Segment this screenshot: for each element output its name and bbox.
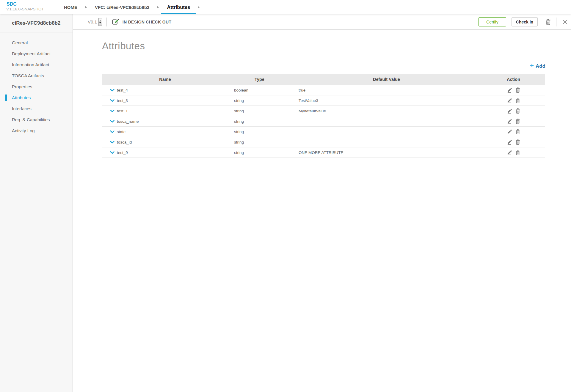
expand-chevron-down-icon[interactable] <box>110 141 114 144</box>
close-icon[interactable] <box>563 20 567 24</box>
edit-icon[interactable] <box>507 119 512 124</box>
cell-name: test_1 <box>102 106 228 116</box>
breadcrumb-label: VFC: ciRes-VFC9d8cb8b2 <box>95 5 149 10</box>
add-attribute-button[interactable]: + Add <box>530 62 545 69</box>
logo-version: v.1.16.0-SNAPSHOT <box>7 7 44 12</box>
breadcrumb-item[interactable]: HOME <box>58 0 83 14</box>
table-row: tosca_id string <box>102 137 545 147</box>
delete-icon[interactable] <box>515 98 520 103</box>
sidebar-item-properties[interactable]: Properties <box>0 81 73 92</box>
cell-type: string <box>228 116 291 126</box>
sidebar-item-label: Information Artifact <box>12 62 49 67</box>
sidebar-item-tosca-artifacts[interactable]: TOSCA Artifacts <box>0 70 73 81</box>
delete-icon[interactable] <box>515 129 520 134</box>
delete-icon[interactable] <box>515 119 520 124</box>
edit-icon[interactable] <box>507 140 512 145</box>
expand-chevron-down-icon[interactable] <box>110 99 114 102</box>
delete-component-button[interactable] <box>545 19 551 25</box>
version-selector[interactable]: V0.1 <box>88 18 102 26</box>
cell-name: test_9 <box>102 147 228 158</box>
toolbar-divider <box>556 18 556 26</box>
cell-type: string <box>228 106 291 116</box>
cell-action <box>482 116 545 126</box>
edit-icon[interactable] <box>507 108 512 114</box>
table-row: test_1 string MydefaultValue <box>102 106 545 116</box>
edit-icon[interactable] <box>507 98 512 103</box>
attr-default: true <box>299 88 305 92</box>
attr-type: string <box>234 130 244 134</box>
breadcrumb-item[interactable]: VFC: ciRes-VFC9d8cb8b2 <box>89 0 155 14</box>
cell-default-value <box>291 116 482 126</box>
expand-chevron-down-icon[interactable] <box>110 120 114 123</box>
cell-default-value <box>291 137 482 147</box>
toolbar-actions: Certify Check in <box>479 17 571 26</box>
sdc-logo[interactable]: SDC v.1.16.0-SNAPSHOT <box>7 1 44 12</box>
cell-default-value: TestValue3 <box>291 95 482 106</box>
attributes-table-body: test_4 boolean true <box>102 85 545 158</box>
sidebar-item-activity-log[interactable]: Activity Log <box>0 125 73 136</box>
expand-chevron-down-icon[interactable] <box>110 151 114 154</box>
attr-default: TestValue3 <box>299 98 318 103</box>
certify-button[interactable]: Certify <box>479 17 506 26</box>
sidebar-item-general[interactable]: General <box>0 37 73 48</box>
page-title: Attributes <box>102 40 145 52</box>
attr-type: boolean <box>234 88 248 92</box>
cell-default-value: ONE MORE ATTRIBUTE <box>291 147 482 158</box>
breadcrumb-item[interactable]: Attributes <box>161 0 196 14</box>
version-spinner[interactable] <box>98 18 102 26</box>
component-name: ciRes-VFC9d8cb8b2 <box>0 14 73 32</box>
column-header-action: Action <box>482 74 545 85</box>
cell-action <box>482 137 545 147</box>
toolbar: V0.1 IN DESIGN CHECK OUT Certify Check i… <box>73 14 571 30</box>
table-row: test_4 boolean true <box>102 85 545 95</box>
logo-title: SDC <box>7 1 44 7</box>
sidebar-item-attributes[interactable]: Attributes <box>0 92 73 103</box>
table-row: tosca_name string <box>102 116 545 127</box>
expand-chevron-down-icon[interactable] <box>110 89 114 92</box>
attr-type: string <box>234 109 244 113</box>
spinner-up-icon[interactable] <box>99 20 101 21</box>
cell-type: string <box>228 95 291 106</box>
attr-default: ONE MORE ATTRIBUTE <box>299 150 343 155</box>
sidebar-item-label: Attributes <box>12 95 31 100</box>
sidebar-item-label: Properties <box>12 84 32 89</box>
checkin-button[interactable]: Check in <box>512 17 538 26</box>
sidebar-item-information-artifact[interactable]: Information Artifact <box>0 59 73 70</box>
sidebar-item-interfaces[interactable]: Interfaces <box>0 103 73 114</box>
breadcrumb-arrow-icon <box>85 6 87 9</box>
expand-chevron-down-icon[interactable] <box>110 130 114 133</box>
expand-chevron-down-icon[interactable] <box>110 110 114 112</box>
column-header-name: Name <box>102 74 228 85</box>
cell-action <box>482 106 545 116</box>
sidebar-item-deployment-artifact[interactable]: Deployment Artifact <box>0 48 73 59</box>
main-content: Attributes + Add Name Type Default Value… <box>73 30 571 392</box>
sidebar: ciRes-VFC9d8cb8b2 General Deployment Art… <box>0 14 73 392</box>
cell-type: string <box>228 147 291 158</box>
add-label: Add <box>536 63 545 69</box>
breadcrumb-label: Attributes <box>167 4 190 10</box>
cell-name: tosca_id <box>102 137 228 147</box>
app-window: SDC v.1.16.0-SNAPSHOT HOME VFC: ciRes-VF… <box>0 0 571 392</box>
cell-action <box>482 85 545 95</box>
lifecycle-status: IN DESIGN CHECK OUT <box>123 20 171 24</box>
active-tab-underline <box>161 13 196 14</box>
cell-default-value <box>291 127 482 137</box>
cell-action <box>482 147 545 158</box>
attr-type: string <box>234 150 244 155</box>
delete-icon[interactable] <box>515 87 520 93</box>
edit-icon[interactable] <box>507 150 512 155</box>
sidebar-item-label: Deployment Artifact <box>12 51 51 56</box>
attributes-table: Name Type Default Value Action test_4 bo… <box>102 74 545 222</box>
attr-name: test_1 <box>117 109 128 113</box>
sidebar-item-req-capabilities[interactable]: Req. & Capabilities <box>0 114 73 125</box>
spinner-down-icon[interactable] <box>99 22 101 23</box>
edit-icon[interactable] <box>507 88 512 93</box>
sidebar-item-label: General <box>12 40 28 45</box>
attr-type: string <box>234 140 244 144</box>
breadcrumb-arrow-icon <box>198 6 200 9</box>
delete-icon[interactable] <box>515 108 520 114</box>
cell-action <box>482 127 545 137</box>
edit-icon[interactable] <box>507 129 512 134</box>
delete-icon[interactable] <box>515 150 520 155</box>
delete-icon[interactable] <box>515 139 520 145</box>
